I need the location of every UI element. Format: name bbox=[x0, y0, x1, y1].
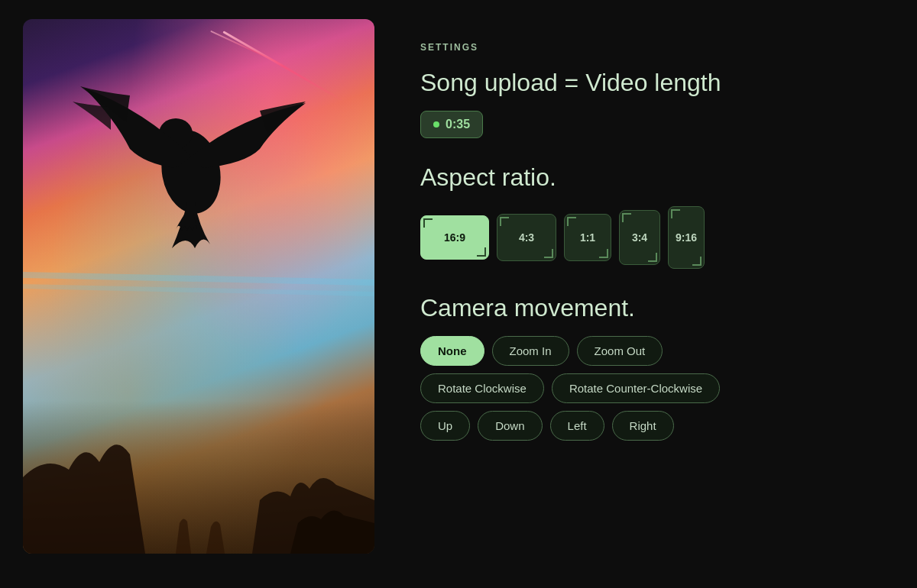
settings-label: SETTINGS bbox=[420, 42, 894, 53]
camera-movement-row-2: Rotate Clockwise Rotate Counter-Clockwis… bbox=[420, 373, 894, 403]
aspect-btn-4-3[interactable]: 4:3 bbox=[497, 214, 556, 261]
rocks-svg bbox=[23, 363, 374, 554]
song-upload-title: Song upload = Video length bbox=[420, 68, 894, 97]
camera-movement-row-1: None Zoom In Zoom Out bbox=[420, 336, 894, 366]
aspect-btn-1-1[interactable]: 1:1 bbox=[564, 214, 611, 261]
aspect-ratio-buttons: 16:9 4:3 1:1 3:4 9:16 bbox=[420, 206, 894, 269]
aspect-ratio-section: Aspect ratio. 16:9 4:3 1:1 3:4 9:16 bbox=[420, 163, 894, 268]
camera-movement-title: Camera movement. bbox=[420, 293, 894, 322]
haze-svg bbox=[23, 260, 374, 321]
aspect-btn-9-16[interactable]: 9:16 bbox=[668, 206, 705, 269]
move-btn-rotate-counter-clockwise[interactable]: Rotate Counter-Clockwise bbox=[552, 373, 720, 403]
move-btn-down[interactable]: Down bbox=[478, 411, 542, 441]
main-container: SETTINGS Song upload = Video length 0:35… bbox=[23, 19, 894, 569]
duration-badge: 0:35 bbox=[420, 111, 483, 138]
move-btn-rotate-clockwise[interactable]: Rotate Clockwise bbox=[420, 373, 544, 403]
preview-image bbox=[23, 19, 374, 554]
svg-line-3 bbox=[23, 275, 374, 283]
move-btn-right[interactable]: Right bbox=[612, 411, 674, 441]
settings-panel: SETTINGS Song upload = Video length 0:35… bbox=[420, 19, 894, 448]
aspect-btn-3-4[interactable]: 3:4 bbox=[619, 210, 660, 265]
aspect-btn-16-9[interactable]: 16:9 bbox=[420, 215, 489, 260]
camera-movement-row-3: Up Down Left Right bbox=[420, 411, 894, 441]
duration-value: 0:35 bbox=[446, 118, 470, 131]
svg-line-4 bbox=[23, 286, 374, 294]
move-btn-left[interactable]: Left bbox=[550, 411, 604, 441]
move-btn-zoom-out[interactable]: Zoom Out bbox=[577, 336, 663, 366]
aspect-ratio-title: Aspect ratio. bbox=[420, 163, 894, 192]
eagle-silhouette bbox=[69, 50, 313, 263]
duration-dot bbox=[433, 121, 439, 128]
move-btn-up[interactable]: Up bbox=[420, 411, 470, 441]
move-btn-none[interactable]: None bbox=[420, 336, 484, 366]
move-btn-zoom-in[interactable]: Zoom In bbox=[492, 336, 569, 366]
camera-movement-section: Camera movement. None Zoom In Zoom Out R… bbox=[420, 293, 894, 441]
